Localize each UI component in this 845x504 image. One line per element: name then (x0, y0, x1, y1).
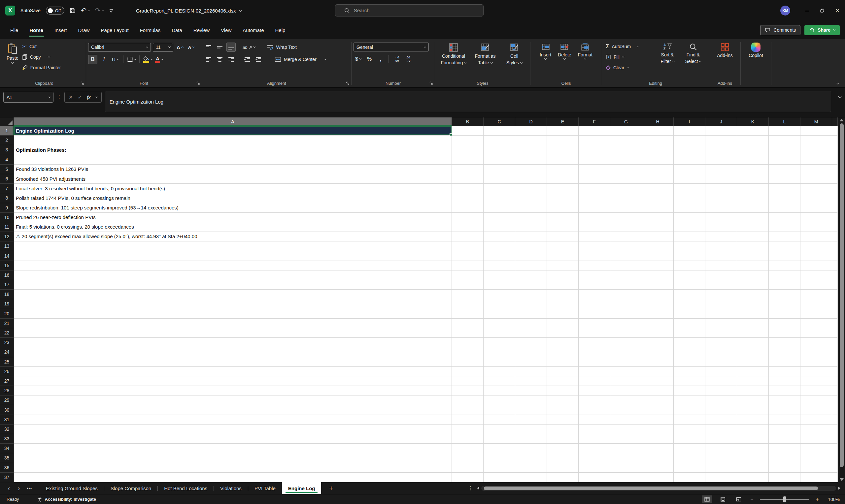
zoom-in-button[interactable]: + (815, 497, 820, 502)
expand-formula-bar-icon[interactable] (839, 95, 842, 98)
grid-cell[interactable] (452, 309, 483, 319)
clipboard-dialog-launcher-icon[interactable] (81, 82, 84, 85)
grid-cell[interactable] (737, 155, 769, 165)
grid-cell[interactable] (705, 193, 737, 203)
column-header-i[interactable]: I (674, 118, 705, 126)
grid-cell[interactable] (452, 453, 483, 463)
row-header-24[interactable]: 24 (0, 347, 14, 357)
grid-cell[interactable] (610, 241, 642, 251)
grid-cell[interactable] (642, 290, 674, 299)
grid-cell[interactable] (610, 165, 642, 174)
grid-cell[interactable] (610, 463, 642, 473)
comments-button[interactable]: Comments (760, 25, 800, 35)
page-layout-view-button[interactable] (718, 496, 728, 503)
grid-cell[interactable] (547, 126, 579, 136)
grid-cell[interactable] (674, 357, 705, 367)
grid-cell[interactable] (769, 434, 800, 444)
grid-cell[interactable] (483, 145, 515, 155)
grid-cell[interactable] (547, 463, 579, 473)
grid-cell[interactable] (547, 145, 579, 155)
grid-cell[interactable] (547, 376, 579, 386)
copilot-button[interactable]: Copilot (746, 41, 765, 77)
grid-cell[interactable] (705, 280, 737, 290)
grid-cell[interactable] (642, 126, 674, 136)
sheet-nav-right-icon[interactable]: › (14, 482, 24, 494)
grid-cell[interactable] (769, 136, 800, 145)
ribbon-tab-draw[interactable]: Draw (72, 21, 95, 39)
collapse-ribbon-chevron-icon[interactable] (837, 82, 840, 85)
grid-cell[interactable] (452, 251, 483, 260)
grid-cell[interactable] (737, 241, 769, 251)
grid-cell[interactable] (705, 309, 737, 319)
grid-cell[interactable] (483, 405, 515, 415)
ribbon-tab-page-layout[interactable]: Page Layout (95, 21, 134, 39)
grid-cell[interactable] (14, 270, 452, 280)
grid-cell[interactable] (705, 213, 737, 222)
grid-cell[interactable] (14, 319, 452, 328)
paste-chevron-icon[interactable] (11, 61, 14, 64)
grid-cell[interactable] (452, 280, 483, 290)
customize-quick-access-button[interactable] (109, 8, 113, 13)
grid-cell[interactable] (547, 290, 579, 299)
grid-cell[interactable] (452, 367, 483, 376)
grid-cell[interactable] (452, 213, 483, 222)
grid-cell[interactable] (483, 299, 515, 309)
grid-cell[interactable] (674, 145, 705, 155)
zoom-slider[interactable] (760, 499, 809, 500)
formula-input[interactable]: Engine Optimization Log (105, 91, 831, 112)
grid-cell[interactable] (579, 126, 610, 136)
grid-cell[interactable] (800, 395, 832, 405)
grid-cell[interactable] (610, 425, 642, 434)
grid-cell[interactable] (610, 213, 642, 222)
grid-cell[interactable] (14, 405, 452, 415)
grid-cell[interactable] (610, 367, 642, 376)
grid-cell[interactable] (483, 270, 515, 280)
grid-cell[interactable] (515, 299, 547, 309)
grid-cell[interactable] (579, 376, 610, 386)
grid-cell[interactable] (483, 425, 515, 434)
cell-styles-button[interactable]: Cell Styles (501, 41, 527, 77)
grid-cell[interactable] (769, 184, 800, 193)
grid-cell[interactable] (14, 280, 452, 290)
grid-cell[interactable] (515, 155, 547, 165)
underline-button[interactable]: U (110, 55, 120, 64)
grid-cell[interactable] (737, 434, 769, 444)
row-header-20[interactable]: 20 (0, 309, 14, 319)
grid-cell[interactable] (483, 174, 515, 184)
grid-cell[interactable] (674, 193, 705, 203)
grid-cell[interactable] (483, 309, 515, 319)
grid-cell[interactable] (547, 338, 579, 347)
grid-cell[interactable] (14, 136, 452, 145)
grid-cell[interactable] (610, 319, 642, 328)
sheet-tab-engine-log[interactable]: Engine Log (282, 480, 321, 494)
grid-cell[interactable] (547, 136, 579, 145)
ribbon-tab-insert[interactable]: Insert (49, 21, 73, 39)
grid-cell[interactable] (452, 357, 483, 367)
grid-cell[interactable] (515, 463, 547, 473)
grid-cell[interactable] (547, 203, 579, 213)
grid-cell[interactable] (579, 251, 610, 260)
grid-cell[interactable] (705, 395, 737, 405)
grid-cell[interactable] (674, 319, 705, 328)
grid-cell[interactable] (515, 251, 547, 260)
grid-cell[interactable] (547, 299, 579, 309)
grid-cell[interactable] (515, 290, 547, 299)
grid-cell[interactable] (515, 309, 547, 319)
grid-cell[interactable] (642, 280, 674, 290)
grid-cell[interactable] (769, 165, 800, 174)
grid-cell[interactable] (547, 309, 579, 319)
grid-cell[interactable]: ⚠ 20 segment(s) exceed max allowed slope… (14, 232, 452, 241)
grid-cell[interactable] (610, 453, 642, 463)
grid-cell[interactable] (547, 367, 579, 376)
grid-cell[interactable] (579, 395, 610, 405)
grid-cell[interactable] (737, 165, 769, 174)
column-header-k[interactable]: K (737, 118, 769, 126)
grid-cell[interactable] (610, 193, 642, 203)
grid-cell[interactable] (769, 386, 800, 395)
grid-cell[interactable] (769, 203, 800, 213)
row-header-9[interactable]: 9 (0, 203, 14, 213)
grid-cell[interactable] (483, 136, 515, 145)
avatar[interactable]: KM (780, 6, 790, 16)
row-header-16[interactable]: 16 (0, 270, 14, 280)
grid-cell[interactable] (515, 357, 547, 367)
